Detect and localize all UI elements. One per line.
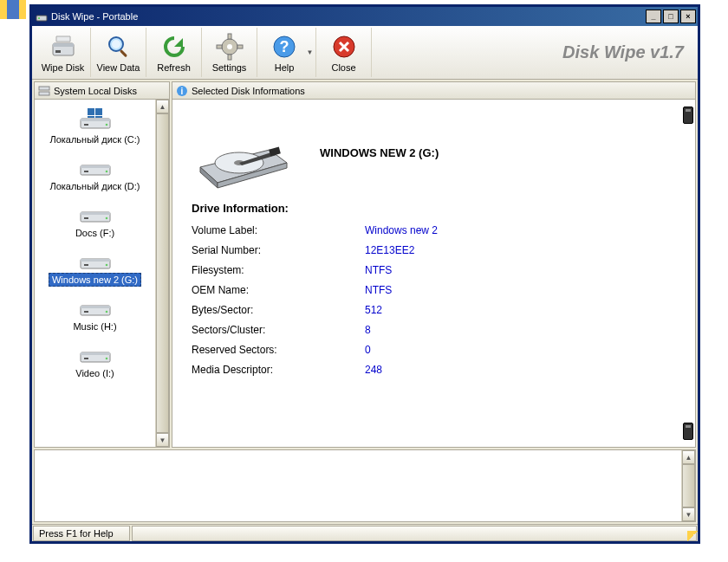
detail-panel: i Selected Disk Informations bbox=[172, 81, 696, 448]
drives-icon bbox=[38, 85, 50, 97]
svg-point-46 bbox=[105, 358, 107, 360]
svg-text:?: ? bbox=[280, 38, 289, 55]
drive-info-heading: Drive Information: bbox=[192, 202, 662, 215]
svg-rect-25 bbox=[88, 116, 94, 118]
drive-title: WINDOWS NEW 2 (G:) bbox=[320, 146, 439, 159]
refresh-button[interactable]: Refresh bbox=[146, 28, 202, 77]
disk-item[interactable]: Windows new 2 (G:) bbox=[35, 245, 155, 290]
drive-icon bbox=[79, 108, 112, 131]
detail-title: Selected Disk Informations bbox=[192, 86, 305, 96]
view-data-label: View Data bbox=[97, 62, 140, 73]
info-row: Bytes/Sector:512 bbox=[192, 301, 662, 319]
view-data-button[interactable]: View Data bbox=[91, 28, 146, 77]
maximize-button[interactable]: □ bbox=[663, 10, 679, 23]
svg-rect-36 bbox=[81, 259, 110, 262]
disk-label: Локальный диск (C:) bbox=[46, 132, 143, 146]
scroll-up-button[interactable]: ▲ bbox=[682, 450, 695, 464]
info-row: Serial Number:12E13EE2 bbox=[192, 242, 662, 259]
sidebar-title: System Local Disks bbox=[54, 86, 137, 96]
drive-info-table: Volume Label:Windows new 2Serial Number:… bbox=[192, 222, 662, 438]
titlebar[interactable]: Disk Wipe - Portable _ □ × bbox=[32, 7, 698, 26]
info-row: Media Descriptor:248 bbox=[192, 361, 662, 378]
info-row: Filesystem:NTFS bbox=[192, 262, 662, 279]
svg-rect-1 bbox=[38, 17, 40, 19]
help-button[interactable]: ? Help bbox=[264, 28, 304, 77]
svg-text:i: i bbox=[181, 87, 184, 96]
info-key: Serial Number: bbox=[192, 242, 365, 259]
info-key: OEM Name: bbox=[192, 281, 365, 299]
info-row: Volume Label:Windows new 2 bbox=[192, 222, 662, 239]
log-scrollbar[interactable]: ▲ ▼ bbox=[681, 450, 695, 521]
drive-icon bbox=[79, 202, 112, 224]
close-icon bbox=[330, 33, 358, 61]
statusbar: Press F1 for Help bbox=[32, 524, 698, 541]
info-row: OEM Name:NTFS bbox=[192, 281, 662, 299]
disk-list[interactable]: Локальный диск (C:)Локальный диск (D:)Do… bbox=[35, 100, 155, 447]
sidebar-panel: System Local Disks Локальный диск (C:)Ло… bbox=[34, 81, 170, 448]
disk-item[interactable]: Music (H:) bbox=[35, 292, 155, 337]
svg-rect-26 bbox=[95, 116, 102, 118]
log-area[interactable] bbox=[35, 450, 681, 521]
svg-rect-40 bbox=[81, 306, 110, 308]
help-icon: ? bbox=[270, 33, 298, 61]
settings-button[interactable]: Settings bbox=[202, 28, 257, 77]
disk-label: Video (I:) bbox=[72, 366, 117, 380]
settings-label: Settings bbox=[212, 62, 247, 73]
svg-rect-18 bbox=[39, 92, 49, 95]
disk-label: Локальный диск (D:) bbox=[46, 179, 143, 193]
info-key: Filesystem: bbox=[192, 262, 365, 279]
disk-item[interactable]: Docs (F:) bbox=[35, 198, 155, 243]
svg-rect-37 bbox=[84, 264, 88, 266]
wipe-disk-button[interactable]: Wipe Disk bbox=[36, 28, 91, 77]
svg-rect-51 bbox=[269, 147, 281, 157]
refresh-icon bbox=[160, 33, 188, 61]
svg-rect-32 bbox=[81, 212, 110, 215]
drive-icon bbox=[79, 249, 112, 271]
scroll-down-button[interactable]: ▼ bbox=[156, 433, 169, 447]
close-button[interactable]: Close bbox=[316, 28, 372, 77]
info-value: 0 bbox=[365, 341, 371, 359]
status-hint: Press F1 for Help bbox=[33, 526, 130, 541]
sidebar-scrollbar[interactable]: ▲ ▼ bbox=[155, 100, 169, 447]
magnifier-icon bbox=[105, 33, 133, 61]
info-value: NTFS bbox=[365, 281, 392, 299]
content-scroll-indicator[interactable] bbox=[681, 100, 695, 447]
help-label: Help bbox=[275, 62, 295, 73]
info-value: Windows new 2 bbox=[365, 222, 438, 239]
refresh-label: Refresh bbox=[157, 62, 191, 73]
drive-icon bbox=[79, 155, 112, 178]
main-window: Disk Wipe - Portable _ □ × Wipe Disk Vie… bbox=[29, 4, 700, 544]
info-key: Media Descriptor: bbox=[192, 361, 365, 378]
svg-rect-28 bbox=[81, 165, 110, 168]
sidebar-header: System Local Disks bbox=[35, 82, 169, 100]
wipe-disk-label: Wipe Disk bbox=[42, 62, 85, 73]
close-window-button[interactable]: × bbox=[680, 10, 696, 23]
info-row: Reserved Sectors:0 bbox=[192, 341, 662, 359]
svg-rect-11 bbox=[228, 55, 231, 60]
scroll-up-button[interactable]: ▲ bbox=[156, 100, 169, 113]
svg-point-30 bbox=[105, 171, 107, 173]
toolbar: Wipe Disk View Data Refresh Settings bbox=[32, 26, 698, 80]
svg-rect-21 bbox=[84, 124, 88, 126]
disk-label: Windows new 2 (G:) bbox=[49, 273, 141, 287]
log-panel: ▲ ▼ bbox=[34, 449, 696, 522]
info-key: Volume Label: bbox=[192, 222, 365, 239]
disk-label: Docs (F:) bbox=[72, 226, 118, 240]
svg-rect-41 bbox=[84, 311, 88, 313]
disk-item[interactable]: Локальный диск (C:) bbox=[35, 105, 155, 150]
svg-rect-17 bbox=[39, 87, 49, 90]
svg-point-6 bbox=[112, 40, 120, 48]
info-value: 512 bbox=[365, 301, 382, 319]
info-key: Sectors/Cluster: bbox=[192, 321, 365, 339]
svg-point-34 bbox=[105, 217, 107, 220]
info-value: NTFS bbox=[365, 262, 392, 279]
disk-item[interactable]: Локальный диск (D:) bbox=[35, 152, 155, 197]
minimize-button[interactable]: _ bbox=[646, 10, 661, 23]
resize-grip[interactable] bbox=[687, 531, 698, 541]
disk-item[interactable]: Video (I:) bbox=[35, 339, 155, 384]
svg-rect-7 bbox=[119, 49, 127, 57]
svg-rect-24 bbox=[95, 108, 102, 115]
brand-label: Disk Wipe v1.7 bbox=[372, 28, 694, 77]
help-dropdown[interactable]: ▼ bbox=[304, 28, 316, 77]
scroll-down-button[interactable]: ▼ bbox=[682, 507, 695, 521]
